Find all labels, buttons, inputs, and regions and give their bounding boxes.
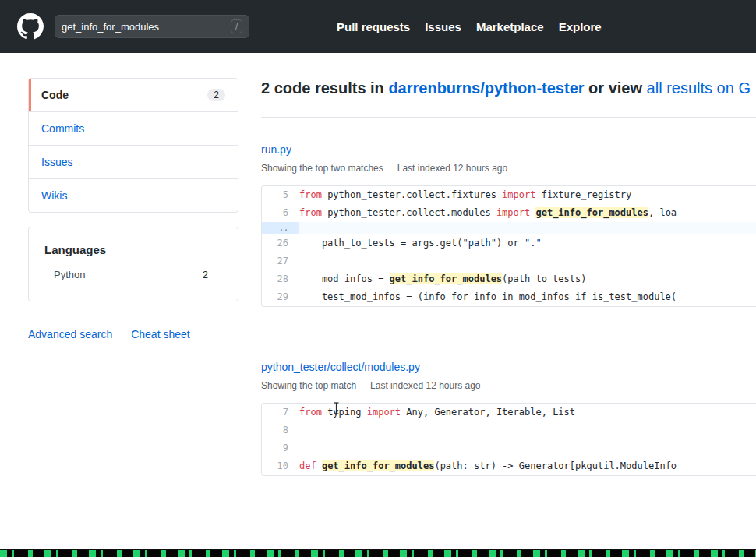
search-result: run.pyShowing the top two matchesLast in…	[261, 143, 756, 307]
code-text: test_mod_infos = (info for info in mod_i…	[299, 288, 677, 306]
filter-label: Code	[41, 89, 69, 101]
line-number[interactable]: 6	[262, 204, 299, 222]
nav-links: Pull requestsIssuesMarketplaceExplore	[337, 20, 602, 33]
filter-label: Wikis	[41, 189, 67, 202]
match-note: Showing the top two matches	[261, 163, 383, 174]
filter-label: Commits	[41, 122, 84, 135]
top-nav: get_info_for_modules / Pull requestsIssu…	[0, 0, 756, 53]
results-count-text: 2 code results in	[261, 79, 388, 97]
languages-title: Languages	[44, 243, 222, 256]
nav-link-issues[interactable]: Issues	[425, 20, 461, 33]
footer-divider	[0, 527, 756, 527]
languages-box: Languages Python2	[28, 227, 238, 301]
result-meta: Showing the top matchLast indexed 12 hou…	[261, 380, 756, 391]
code-text: def get_info_for_modules(path: str) -> G…	[299, 457, 677, 475]
search-result: python_tester/collect/modules.pyShowing …	[261, 360, 756, 476]
result-file-link[interactable]: run.py	[261, 143, 291, 156]
indexed-note: Last indexed 12 hours ago	[397, 163, 507, 174]
language-count: 2	[203, 269, 208, 280]
nav-link-explore[interactable]: Explore	[559, 20, 602, 33]
code-line: 5from python_tester.collect.fixtures imp…	[262, 186, 756, 204]
code-line: 29 test_mod_infos = (info for info in mo…	[262, 288, 756, 306]
line-number[interactable]: 28	[262, 270, 299, 288]
code-text: from python_tester.collect.fixtures impo…	[299, 186, 631, 204]
nav-link-marketplace[interactable]: Marketplace	[476, 20, 544, 33]
repo-link[interactable]: darrenburns/python-tester	[388, 79, 584, 97]
filter-issues[interactable]: Issues	[29, 145, 238, 178]
result-meta: Showing the top two matchesLast indexed …	[261, 163, 756, 174]
line-number[interactable]: 10	[262, 457, 299, 475]
cheat-sheet-link[interactable]: Cheat sheet	[131, 328, 190, 340]
line-number[interactable]: 7	[262, 404, 299, 421]
sidebar-links: Advanced searchCheat sheet	[28, 328, 238, 340]
match-highlight: get_info_for_modules	[390, 273, 503, 284]
count-badge: 2	[207, 89, 225, 101]
slash-key-hint: /	[231, 19, 242, 33]
line-number[interactable]: 26	[262, 234, 299, 252]
match-highlight: get_info_for_modules	[322, 460, 435, 471]
line-number[interactable]: 8	[262, 421, 299, 439]
code-text: path_to_tests = args.get("path") or "."	[299, 234, 542, 252]
code-line: 8	[262, 421, 756, 439]
code-line: 10def get_info_for_modules(path: str) ->…	[262, 457, 756, 475]
results-list: run.pyShowing the top two matchesLast in…	[261, 143, 756, 476]
code-snippet: 5from python_tester.collect.fixtures imp…	[261, 185, 756, 307]
line-number[interactable]: ..	[262, 222, 299, 234]
code-line: 27	[262, 252, 756, 270]
code-line: 28 mod_infos = get_info_for_modules(path…	[262, 270, 756, 288]
heading-middle-text: or view	[585, 79, 647, 97]
all-results-link[interactable]: all results on G	[647, 79, 751, 97]
line-number[interactable]: 5	[262, 186, 299, 204]
match-highlight: get_info_for_modules	[535, 207, 648, 218]
code-line: 7from typing import Any, Generator, Iter…	[262, 404, 756, 421]
line-number[interactable]: 29	[262, 288, 299, 306]
code-text: from python_tester.collect.modules impor…	[299, 204, 677, 222]
github-logo-icon[interactable]	[17, 13, 44, 40]
nav-link-pull-requests[interactable]: Pull requests	[337, 20, 410, 33]
line-number[interactable]: 9	[262, 439, 299, 457]
sidebar: Code2CommitsIssuesWikis Languages Python…	[28, 78, 238, 340]
line-number[interactable]: 27	[262, 252, 299, 270]
advanced-search-link[interactable]: Advanced search	[28, 328, 112, 340]
code-line: 9	[262, 439, 756, 457]
indexed-note: Last indexed 12 hours ago	[370, 380, 480, 391]
heading-divider	[261, 117, 756, 118]
search-input[interactable]: get_info_for_modules /	[55, 15, 249, 38]
code-line: 6from python_tester.collect.modules impo…	[262, 204, 756, 222]
code-text: from typing import Any, Generator, Itera…	[299, 404, 575, 421]
search-results-pane: 2 code results in darrenburns/python-tes…	[261, 79, 756, 476]
filter-commits[interactable]: Commits	[29, 111, 238, 145]
language-name: Python	[54, 269, 85, 280]
language-python[interactable]: Python2	[44, 269, 222, 280]
result-file-link[interactable]: python_tester/collect/modules.py	[261, 361, 420, 373]
search-value: get_info_for_modules	[62, 21, 231, 33]
match-note: Showing the top match	[261, 380, 356, 391]
results-heading: 2 code results in darrenburns/python-tes…	[261, 79, 756, 97]
expand-row[interactable]: ..	[262, 222, 756, 234]
video-progress-bar	[0, 549, 756, 557]
search-filter-menu: Code2CommitsIssuesWikis	[28, 78, 238, 213]
filter-wikis[interactable]: Wikis	[29, 178, 238, 212]
languages-list: Python2	[44, 269, 222, 280]
code-line: 26 path_to_tests = args.get("path") or "…	[262, 234, 756, 252]
code-text: mod_infos = get_info_for_modules(path_to…	[299, 270, 586, 288]
filter-code[interactable]: Code2	[29, 79, 238, 111]
filter-label: Issues	[41, 156, 72, 168]
code-snippet: 7from typing import Any, Generator, Iter…	[261, 403, 756, 476]
